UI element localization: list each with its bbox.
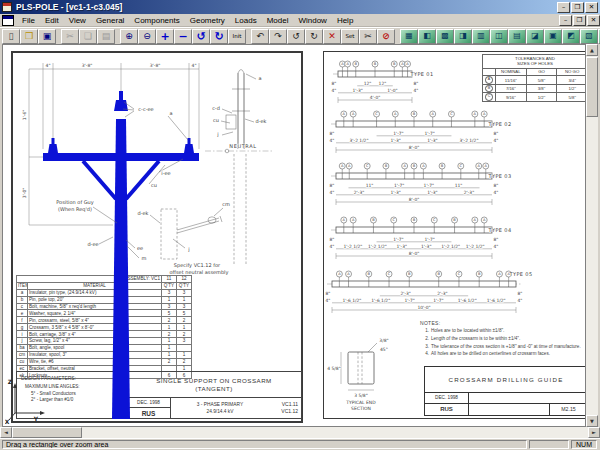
svg-text:8'-0": 8'-0" bbox=[409, 197, 419, 202]
view-toggle-1-button[interactable]: ▦ bbox=[400, 29, 418, 44]
view-toggle-2-button[interactable]: ◧ bbox=[418, 29, 436, 44]
view-toggle-11-button[interactable]: ▧ bbox=[580, 29, 598, 44]
stretch-button[interactable]: ✕ bbox=[323, 29, 341, 44]
view-toggle-10-button[interactable]: ◩ bbox=[562, 29, 580, 44]
menu-item-file[interactable]: File bbox=[17, 15, 40, 26]
guy-note-line1: Position of Guy bbox=[56, 199, 94, 206]
svg-text:4": 4" bbox=[494, 244, 499, 249]
vertical-scroll-thumb[interactable] bbox=[586, 57, 598, 117]
app-close-button[interactable]: ✕ bbox=[585, 2, 598, 13]
paste-button[interactable]: ▤ bbox=[97, 29, 115, 44]
view-toggle-5-button[interactable]: ▥ bbox=[472, 29, 490, 44]
crossarm-brace-right bbox=[126, 161, 159, 199]
dim-end-right: 4" bbox=[192, 63, 197, 68]
svg-text:1'-3": 1'-3" bbox=[352, 88, 362, 93]
notes: NOTES: 1.Holes are to be located within … bbox=[420, 320, 586, 359]
rotate-left-button[interactable]: ↶ bbox=[251, 29, 269, 44]
menu-item-view[interactable]: View bbox=[64, 15, 91, 26]
window-controls: –❐✕ bbox=[556, 2, 598, 13]
zoom-in-button[interactable]: ⊕ bbox=[120, 29, 138, 44]
svg-text:1'-3": 1'-3" bbox=[397, 244, 407, 249]
svg-text:8": 8" bbox=[494, 131, 499, 136]
rotate-view-ccw-button[interactable]: ↺ bbox=[192, 29, 210, 44]
cut-button[interactable]: ✂ bbox=[61, 29, 79, 44]
app-restore-button[interactable]: ❐ bbox=[571, 2, 584, 13]
menu-items: FileEditViewGeneralComponentsGeometryLoa… bbox=[17, 15, 358, 26]
material-row: baBolt, angle, spool1 bbox=[17, 344, 192, 351]
menu-item-geometry[interactable]: Geometry bbox=[185, 15, 230, 26]
view-toggle-7-button[interactable]: ▤ bbox=[508, 29, 526, 44]
new-button[interactable]: ▯ bbox=[2, 29, 20, 44]
set-button[interactable]: Set bbox=[341, 29, 359, 44]
svg-text:8'-0": 8'-0" bbox=[409, 251, 419, 256]
svg-text:1'-3": 1'-3" bbox=[427, 138, 437, 143]
tolerance-header-nogo: NO GO bbox=[557, 68, 586, 76]
offset-callout-j: j bbox=[187, 246, 189, 253]
detail-callout-dek: d-ek bbox=[256, 118, 267, 124]
menu-item-edit[interactable]: Edit bbox=[40, 15, 64, 26]
svg-text:1'-6 1/2": 1'-6 1/2" bbox=[458, 298, 477, 303]
svg-text:A: A bbox=[352, 112, 355, 116]
rotate-right-button[interactable]: ↷ bbox=[269, 29, 287, 44]
open-button[interactable]: ❒ bbox=[20, 29, 38, 44]
save-button[interactable]: ▣ bbox=[38, 29, 56, 44]
horizontal-scrollbar[interactable]: ◄ ► bbox=[0, 427, 600, 438]
menu-item-window[interactable]: Window bbox=[293, 15, 331, 26]
horizontal-scroll-thumb[interactable] bbox=[12, 427, 82, 438]
axis-x-label: X bbox=[5, 418, 10, 425]
scroll-right-button[interactable]: ► bbox=[588, 427, 600, 438]
svg-text:B: B bbox=[478, 272, 481, 276]
svg-text:C: C bbox=[460, 164, 463, 168]
dim-end-left: 4" bbox=[46, 63, 51, 68]
document-close-button[interactable]: ✕ bbox=[587, 15, 600, 26]
svg-text:B: B bbox=[413, 164, 416, 168]
spec-note-line1: Specify VC1.12 for bbox=[174, 262, 221, 269]
material-row: iBolt, carriage, 3/8" x 4"22 bbox=[17, 331, 192, 338]
svg-text:1'-3": 1'-3" bbox=[427, 190, 437, 195]
rotate-view-cw-button[interactable]: ↻ bbox=[210, 29, 228, 44]
zoom-plus-button[interactable]: + bbox=[156, 29, 174, 44]
toolbar-group-display-toggles: ▦◧▩◨▥◫▤◪▣◩▧◰▨◳ bbox=[400, 29, 600, 44]
spin-cw-button[interactable]: ↻ bbox=[305, 29, 323, 44]
dim-arm-right: 3'-8" bbox=[150, 63, 161, 68]
copy-button[interactable]: ❏ bbox=[79, 29, 97, 44]
menu-item-loads[interactable]: Loads bbox=[230, 15, 262, 26]
offset-neutral-detail: d-ek cm j Specify VC1.12 for offset neut… bbox=[138, 201, 230, 276]
menu-item-general[interactable]: General bbox=[91, 15, 129, 26]
drawing-canvas[interactable]: ASSEMBLY: VC1 11 12 ITEM MATERIAL Q'TY Q… bbox=[2, 44, 586, 427]
document-minimize-button[interactable]: – bbox=[559, 15, 572, 26]
vertical-scrollbar[interactable]: ▲ ▼ bbox=[586, 44, 598, 427]
svg-text:11": 11" bbox=[366, 183, 374, 188]
svg-text:B: B bbox=[372, 218, 375, 222]
view-toggle-8-button[interactable]: ◪ bbox=[526, 29, 544, 44]
document-icon[interactable] bbox=[2, 15, 14, 26]
view-toggle-4-button[interactable]: ◨ bbox=[454, 29, 472, 44]
spin-ccw-button[interactable]: ↺ bbox=[287, 29, 305, 44]
view-toggle-9-button[interactable]: ▣ bbox=[544, 29, 562, 44]
menu-item-components[interactable]: Components bbox=[129, 15, 184, 26]
sheet-vc1: ASSEMBLY: VC1 11 12 ITEM MATERIAL Q'TY Q… bbox=[11, 51, 303, 423]
note-item: 4.All holes are to be drilled on centerl… bbox=[420, 351, 586, 357]
menu-item-model[interactable]: Model bbox=[262, 15, 294, 26]
material-header-row: ASSEMBLY: VC1 11 12 bbox=[17, 276, 192, 283]
sheet-title: SINGLE SUPPORT ON CROSSARM (TANGENT) bbox=[127, 372, 301, 397]
menu-item-help[interactable]: Help bbox=[332, 15, 358, 26]
view-toggle-6-button[interactable]: ◫ bbox=[490, 29, 508, 44]
init-view-button[interactable]: Init bbox=[228, 29, 246, 44]
zoom-minus-button[interactable]: − bbox=[174, 29, 192, 44]
scroll-left-button[interactable]: ◄ bbox=[0, 427, 12, 438]
no-action-button[interactable]: ⊘ bbox=[377, 29, 395, 44]
svg-text:C: C bbox=[388, 272, 391, 276]
type-label: TYPE 02 bbox=[487, 121, 511, 127]
left-title-block: DESIGN PARAMETERS: MAXIMUM LINE ANGLES: … bbox=[16, 371, 302, 419]
design-parameters: DESIGN PARAMETERS: MAXIMUM LINE ANGLES: … bbox=[17, 372, 127, 418]
scroll-up-button[interactable]: ▲ bbox=[586, 44, 598, 56]
cut-model-button[interactable]: ✂ bbox=[359, 29, 377, 44]
scroll-down-button[interactable]: ▼ bbox=[586, 415, 598, 427]
hole-symbol: B bbox=[485, 85, 493, 93]
document-restore-button[interactable]: ❐ bbox=[573, 15, 586, 26]
svg-text:C: C bbox=[450, 112, 453, 116]
zoom-out-button[interactable]: ⊖ bbox=[138, 29, 156, 44]
app-minimize-button[interactable]: – bbox=[557, 2, 570, 13]
view-toggle-3-button[interactable]: ▩ bbox=[436, 29, 454, 44]
